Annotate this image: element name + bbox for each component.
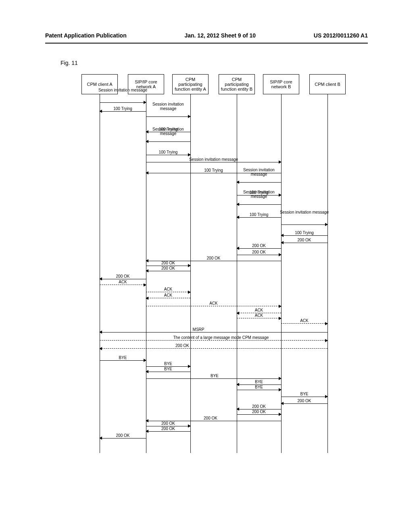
message-label: ACK (173, 301, 254, 305)
message-label: Session invitation message (144, 102, 192, 111)
message-label: The content of a large message mode CPM … (173, 335, 254, 340)
message-arrow (146, 141, 190, 142)
message-arrow (237, 414, 281, 415)
message-label: BYE (264, 392, 345, 396)
message-label: 200 OK (128, 266, 209, 270)
message-arrow (237, 248, 281, 249)
message-arrow (146, 162, 281, 162)
message-arrow (100, 332, 327, 332)
lifeline (190, 94, 191, 453)
message-label: 200 OK (142, 343, 223, 348)
message-arrow (100, 111, 146, 112)
message-arrow (100, 348, 327, 349)
message-label: MSRP (158, 327, 239, 332)
message-arrow (237, 217, 281, 218)
message-arrow (146, 306, 281, 306)
message-label: Session invitation message (279, 210, 330, 214)
lifeline (100, 94, 100, 453)
message-label: 200 OK (128, 426, 209, 431)
message-label: ACK (219, 308, 299, 312)
lifeline (146, 94, 146, 453)
message-label: BYE (128, 362, 209, 366)
message-arrow (281, 243, 327, 243)
message-label: BYE (219, 380, 299, 384)
actor-box: CPM participating function entity A (172, 74, 209, 94)
message-label: ACK (128, 293, 209, 297)
message-label: 200 OK (128, 421, 209, 426)
message-label: 200 OK (219, 250, 299, 254)
message-arrow (281, 323, 327, 324)
lifeline (237, 94, 237, 453)
message-arrow (146, 271, 190, 271)
message-arrow (100, 340, 327, 341)
message-label: BYE (83, 355, 163, 360)
message-arrow (100, 279, 146, 279)
actor-box: CPM participating function entity B (219, 74, 255, 94)
message-arrow (146, 292, 190, 292)
message-label: 200 OK (170, 416, 251, 420)
message-label: ACK (128, 287, 209, 291)
header-center: Jan. 12, 2012 Sheet 9 of 10 (184, 32, 256, 39)
message-label: 200 OK (219, 243, 299, 248)
message-label: Session invitation message (173, 157, 254, 162)
message-arrow (146, 155, 190, 155)
message-arrow (281, 403, 327, 404)
message-label: 200 OK (83, 274, 163, 278)
message-arrow (146, 372, 190, 372)
message-label: 200 OK (219, 409, 299, 414)
message-label: Session invitation message (235, 190, 283, 199)
message-label: ACK (264, 318, 345, 323)
message-arrow (237, 204, 281, 205)
message-arrow (100, 438, 146, 438)
header-left: Patent Application Publication (45, 32, 127, 39)
message-label: 100 Trying (128, 150, 209, 154)
message-label: ACK (219, 313, 299, 318)
message-label: ACK (83, 280, 163, 284)
message-label: 200 OK (128, 261, 209, 265)
message-label: BYE (128, 367, 209, 371)
message-label: 200 OK (83, 433, 163, 438)
message-arrow (100, 360, 146, 361)
message-label: Session invitation message (235, 168, 283, 177)
message-arrow (281, 224, 327, 225)
message-label: 200 OK (264, 399, 345, 403)
message-label: 200 OK (173, 256, 254, 260)
message-arrow (100, 102, 146, 103)
figure-label: Fig. 11 (60, 60, 413, 66)
message-label: 200 OK (219, 404, 299, 409)
message-arrow (146, 298, 190, 298)
page-header: Patent Application Publication Jan. 12, … (0, 0, 413, 43)
message-arrow (281, 397, 327, 397)
message-arrow (237, 182, 281, 183)
message-label: Session invitation message (98, 88, 148, 92)
message-arrow (146, 116, 190, 117)
message-label: 200 OK (264, 238, 345, 242)
actor-box: SIP/IP core network B (263, 74, 299, 94)
message-label: Session invitation message (144, 127, 192, 136)
header-right: US 2012/0011260 A1 (314, 32, 368, 39)
message-label: BYE (174, 374, 255, 378)
sequence-diagram: CPM client ASIP/IP core network ACPM par… (61, 74, 352, 453)
message-arrow (237, 255, 281, 255)
message-arrow (281, 235, 327, 236)
message-arrow (146, 378, 281, 379)
message-arrow (237, 390, 281, 390)
message-label: 100 Trying (264, 231, 345, 235)
message-arrow (146, 431, 190, 432)
message-label: BYE (219, 385, 299, 389)
actor-box: CPM client B (309, 74, 346, 94)
message-arrow (100, 285, 146, 285)
header-rule (45, 43, 368, 44)
